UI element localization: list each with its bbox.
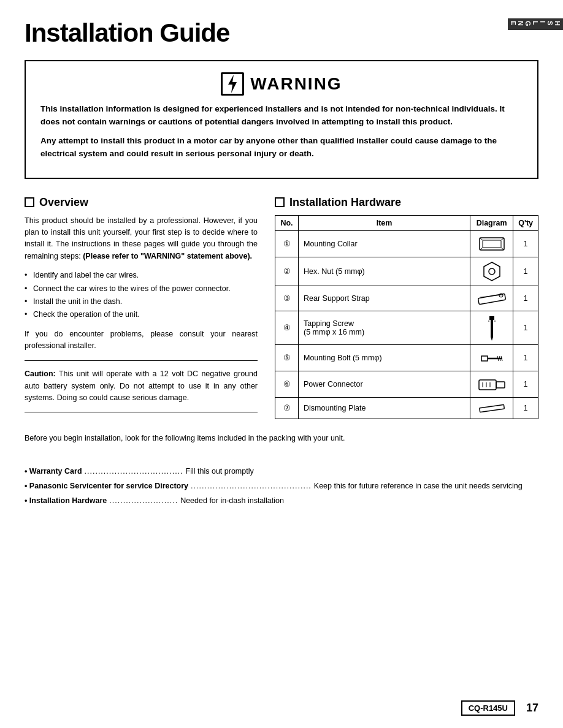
- row-item: Dismounting Plate: [299, 397, 470, 419]
- list-item: • Panasonic Servicenter for service Dire…: [25, 480, 538, 492]
- item-dots-2: ........................................…: [191, 480, 312, 492]
- overview-body: This product should be installed by a pr…: [25, 215, 258, 263]
- bottom-intro: Before you begin installation, look for …: [25, 432, 538, 444]
- warning-title: WARNING: [250, 74, 342, 94]
- table-row: ③ Rear Support Strap 1: [275, 286, 538, 311]
- rear-support-strap-icon: [477, 290, 507, 307]
- side-tab-letter: S: [546, 21, 554, 28]
- warning-icon: [221, 72, 244, 96]
- model-badge: CQ-R145U: [461, 700, 515, 716]
- warning-text2: Any attempt to install this product in a…: [40, 135, 523, 161]
- bullet-2: Connect the car wires to the wires of th…: [25, 283, 258, 295]
- side-tab-letter: N: [517, 21, 524, 28]
- col-qty: Q'ty: [513, 215, 538, 230]
- svg-marker-0: [228, 75, 237, 93]
- svg-point-8: [489, 268, 495, 275]
- hardware-title: Installation Hardware: [289, 196, 401, 209]
- row-no: ①: [275, 230, 299, 257]
- svg-rect-9: [478, 294, 505, 304]
- hardware-table: No. Item Diagram Q'ty ① Mounting Collar: [275, 215, 538, 419]
- row-diagram: [470, 311, 513, 344]
- mounting-collar-icon: [477, 235, 507, 253]
- svg-marker-14: [491, 337, 493, 341]
- table-row: ① Mounting Collar 1: [275, 230, 538, 257]
- tapping-screw-icon: [483, 315, 500, 341]
- bullet-3: Install the unit in the dash.: [25, 296, 258, 308]
- svg-rect-1: [480, 238, 504, 250]
- overview-header: Overview: [25, 196, 258, 209]
- col-no: No.: [275, 215, 299, 230]
- row-qty: 1: [513, 311, 538, 344]
- bullet-4: Check the operation of the unit.: [25, 309, 258, 320]
- item-desc-3: Needed for in-dash installation: [180, 495, 284, 507]
- divider-1: [25, 360, 258, 361]
- row-qty: 1: [513, 286, 538, 311]
- row-no: ⑤: [275, 344, 299, 371]
- svg-rect-27: [479, 404, 504, 412]
- dismounting-plate-icon: [478, 401, 506, 415]
- consult-text: If you do encounter problems, please con…: [25, 328, 258, 352]
- row-item: Rear Support Strap: [299, 286, 470, 311]
- table-row: ④ Tapping Screw (5 mmφ x 16 mm) 1: [275, 311, 538, 344]
- row-item: Power Connector: [299, 371, 470, 397]
- row-qty: 1: [513, 257, 538, 286]
- page-title: Installation Guide: [25, 18, 538, 48]
- svg-rect-12: [489, 316, 494, 320]
- table-row: ② Hex. Nut (5 mmφ) 1: [275, 257, 538, 286]
- table-row: ⑦ Dismounting Plate 1: [275, 397, 538, 419]
- overview-title: Overview: [39, 196, 88, 209]
- overview-bullets: Identify and label the car wires. Connec…: [25, 270, 258, 321]
- side-tab-letters: ENGLISH: [510, 21, 561, 28]
- power-connector-icon: [477, 375, 507, 393]
- row-no: ⑥: [275, 371, 299, 397]
- warning-box: WARNING This installation information is…: [25, 60, 538, 179]
- svg-rect-2: [483, 240, 501, 248]
- included-items-list: • Warranty Card ........................…: [25, 465, 538, 507]
- row-qty: 1: [513, 397, 538, 419]
- side-tab-letter: L: [532, 21, 539, 28]
- svg-marker-7: [484, 262, 500, 281]
- row-item: Mounting Collar: [299, 230, 470, 257]
- main-content: Overview This product should be installe…: [25, 196, 538, 420]
- row-qty: 1: [513, 344, 538, 371]
- row-no: ⑦: [275, 397, 299, 419]
- page-footer: CQ-R145U 17: [461, 700, 538, 716]
- row-diagram: [470, 371, 513, 397]
- row-no: ②: [275, 257, 299, 286]
- list-item: • Installation Hardware ................…: [25, 495, 538, 507]
- bottom-section: Before you begin installation, look for …: [25, 432, 538, 507]
- row-no: ③: [275, 286, 299, 311]
- side-tab-letter: E: [510, 21, 517, 28]
- row-item: Tapping Screw (5 mmφ x 16 mm): [299, 311, 470, 344]
- item-label-1: • Warranty Card: [25, 465, 82, 477]
- page-number: 17: [526, 702, 538, 715]
- svg-rect-13: [491, 320, 493, 337]
- hex-nut-icon: [481, 261, 502, 282]
- item-dots-3: .........................: [109, 495, 178, 507]
- bullet-1: Identify and label the car wires.: [25, 270, 258, 281]
- row-no: ④: [275, 311, 299, 344]
- row-diagram: [470, 344, 513, 371]
- hardware-header: Installation Hardware: [275, 196, 538, 209]
- side-language-tab: ENGLISH: [508, 18, 563, 30]
- side-tab-letter: H: [554, 21, 561, 28]
- svg-rect-17: [481, 356, 488, 361]
- lightning-icon: [224, 75, 240, 93]
- row-diagram: [470, 397, 513, 419]
- item-label-3: • Installation Hardware: [25, 495, 107, 507]
- row-qty: 1: [513, 230, 538, 257]
- svg-rect-22: [479, 380, 496, 390]
- item-label-2: • Panasonic Servicenter for service Dire…: [25, 480, 188, 492]
- list-item: • Warranty Card ........................…: [25, 465, 538, 477]
- table-row: ⑤ Mounting Bolt (5 mmφ) 1: [275, 344, 538, 371]
- side-tab-letter: G: [524, 21, 532, 28]
- item-dots-1: ....................................: [85, 465, 183, 477]
- overview-section: Overview This product should be installe…: [25, 196, 258, 420]
- row-diagram: [470, 286, 513, 311]
- row-item: Hex. Nut (5 mmφ): [299, 257, 470, 286]
- item-desc-1: Fill this out promptly: [186, 465, 254, 477]
- warning-header: WARNING: [40, 72, 523, 96]
- hardware-section: Installation Hardware No. Item Diagram Q…: [275, 196, 538, 420]
- row-qty: 1: [513, 371, 538, 397]
- svg-rect-23: [496, 382, 505, 388]
